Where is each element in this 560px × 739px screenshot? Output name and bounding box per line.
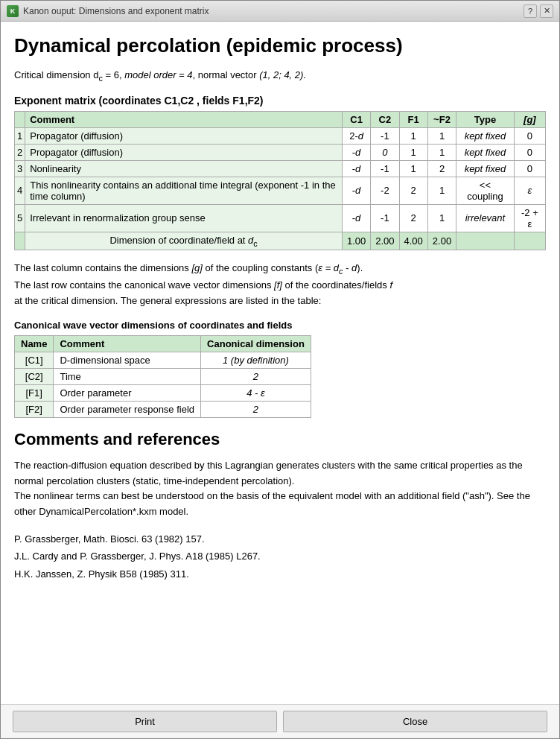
comments-body-1: The reaction-diffusion equation describe… xyxy=(14,458,546,520)
dim-row-label: Dimension of coordinate/field at dc xyxy=(25,232,343,250)
title-bar: K Kanon ouput: Dimensions and exponent m… xyxy=(1,1,559,22)
row-c1: -d xyxy=(342,160,370,177)
row-g: 0 xyxy=(514,127,545,144)
canonical-dim: 2 xyxy=(201,401,311,417)
canonical-row: [F2] Order parameter response field 2 xyxy=(15,401,311,417)
col-dim: Canonical dimension xyxy=(201,335,311,352)
close-button[interactable]: ✕ xyxy=(540,4,553,18)
row-num: 5 xyxy=(15,204,25,232)
row-type: irrelevant xyxy=(456,204,515,232)
dim-c2: 2.00 xyxy=(371,232,399,250)
app-icon: K xyxy=(7,5,19,17)
canonical-name: [C2] xyxy=(15,368,54,384)
window-title: Kanon ouput: Dimensions and exponent mat… xyxy=(23,6,209,16)
row-comment: Propagator (diffusion) xyxy=(25,144,343,160)
row-type: kept fixed xyxy=(456,144,515,160)
row-num: 3 xyxy=(15,160,25,177)
row-c1: 2-d xyxy=(342,127,370,144)
canonical-comment: D-dimensional space xyxy=(54,352,201,368)
canonical-row: [C1] D-dimensional space 1 (by definitio… xyxy=(15,352,311,368)
page-title: Dynamical percolation (epidemic process) xyxy=(14,34,546,59)
title-bar-left: K Kanon ouput: Dimensions and exponent m… xyxy=(7,5,209,17)
canonical-dim: 1 (by definition) xyxy=(201,352,311,368)
col-header-comment: Comment xyxy=(25,111,343,127)
canonical-name: [C1] xyxy=(15,352,54,368)
canonical-dim: 4 - ε xyxy=(201,384,311,401)
row-f2: 1 xyxy=(427,177,456,204)
row-f2: 1 xyxy=(427,127,456,144)
references: P. Grassberger, Math. Biosci. 63 (1982) … xyxy=(14,530,546,583)
ref-2: J.L. Cardy and P. Grassberger, J. Phys. … xyxy=(14,548,546,565)
dim-f1: 4.00 xyxy=(399,232,427,250)
canonical-dim: 2 xyxy=(201,368,311,384)
help-button[interactable]: ? xyxy=(524,4,537,18)
row-f1: 2 xyxy=(399,204,427,232)
table-row: 5 Irrelevant in renormalization group se… xyxy=(15,204,546,232)
row-f2: 1 xyxy=(427,204,456,232)
row-c2: 0 xyxy=(371,144,399,160)
col-comment: Comment xyxy=(54,335,201,352)
content-area: Dynamical percolation (epidemic process)… xyxy=(1,22,559,704)
row-g: -2 + ε xyxy=(514,204,545,232)
close-button[interactable]: Close xyxy=(283,711,547,732)
canonical-name: [F1] xyxy=(15,384,54,401)
canonical-section-title: Canonical wave vector dimensions of coor… xyxy=(14,320,546,331)
row-num: 1 xyxy=(15,127,25,144)
table-row: 1 Propagator (diffusion) 2-d -1 1 1 kept… xyxy=(15,127,546,144)
row-f1: 1 xyxy=(399,160,427,177)
col-header-c1: C1 xyxy=(342,111,370,127)
row-f1: 2 xyxy=(399,177,427,204)
print-button[interactable]: Print xyxy=(13,711,277,732)
canonical-comment: Order parameter response field xyxy=(54,401,201,417)
col-header-f1: F1 xyxy=(399,111,427,127)
canonical-row: [C2] Time 2 xyxy=(15,368,311,384)
row-g: ε xyxy=(514,177,545,204)
exponent-table: Comment C1 C2 F1 ~F2 Type [g] 1 Propagat… xyxy=(14,111,546,251)
table-row: 4 This nonlinearity contains an addition… xyxy=(15,177,546,204)
row-type: kept fixed xyxy=(456,127,515,144)
col-header-num xyxy=(15,111,25,127)
row-c2: -2 xyxy=(371,177,399,204)
exponent-section-title: Exponent matrix (coordinates C1,C2 , fie… xyxy=(14,95,546,107)
col-header-f2: ~F2 xyxy=(427,111,456,127)
canonical-row: [F1] Order parameter 4 - ε xyxy=(15,384,311,401)
row-comment: This nonlinearity contains an additional… xyxy=(25,177,343,204)
description-text: The last column contains the dimensions … xyxy=(14,261,546,309)
row-f1: 1 xyxy=(399,144,427,160)
row-f2: 2 xyxy=(427,160,456,177)
canonical-name: [F2] xyxy=(15,401,54,417)
dim-c1: 1.00 xyxy=(342,232,370,250)
canonical-table: Name Comment Canonical dimension [C1] D-… xyxy=(14,335,311,418)
col-header-g: [g] xyxy=(514,111,545,127)
dimension-row: Dimension of coordinate/field at dc 1.00… xyxy=(15,232,546,250)
row-g: 0 xyxy=(514,160,545,177)
dim-f2: 2.00 xyxy=(427,232,456,250)
col-header-type: Type xyxy=(456,111,515,127)
row-c2: -1 xyxy=(371,204,399,232)
subtitle: Critical dimension dc = 6, model order =… xyxy=(14,68,546,84)
row-num: 2 xyxy=(15,144,25,160)
main-window: K Kanon ouput: Dimensions and exponent m… xyxy=(0,0,560,739)
row-c2: -1 xyxy=(371,127,399,144)
dim-type xyxy=(456,232,515,250)
col-header-c2: C2 xyxy=(371,111,399,127)
col-name: Name xyxy=(15,335,54,352)
table-row: 3 Nonlinearity -d -1 1 2 kept fixed 0 xyxy=(15,160,546,177)
row-num: 4 xyxy=(15,177,25,204)
row-c1: -d xyxy=(342,144,370,160)
footer: Print Close xyxy=(1,704,559,738)
ref-3: H.K. Janssen, Z. Physik B58 (1985) 311. xyxy=(14,565,546,583)
row-f2: 1 xyxy=(427,144,456,160)
table-row: 2 Propagator (diffusion) -d 0 1 1 kept f… xyxy=(15,144,546,160)
canonical-comment: Order parameter xyxy=(54,384,201,401)
row-f1: 1 xyxy=(399,127,427,144)
row-c1: -d xyxy=(342,204,370,232)
row-comment: Irrelevant in renormalization group sens… xyxy=(25,204,343,232)
row-comment: Propagator (diffusion) xyxy=(25,127,343,144)
dim-g xyxy=(514,232,545,250)
row-c1: -d xyxy=(342,177,370,204)
title-bar-controls: ? ✕ xyxy=(524,4,553,18)
row-c2: -1 xyxy=(371,160,399,177)
ref-1: P. Grassberger, Math. Biosci. 63 (1982) … xyxy=(14,530,546,548)
dim-row-empty xyxy=(15,232,25,250)
